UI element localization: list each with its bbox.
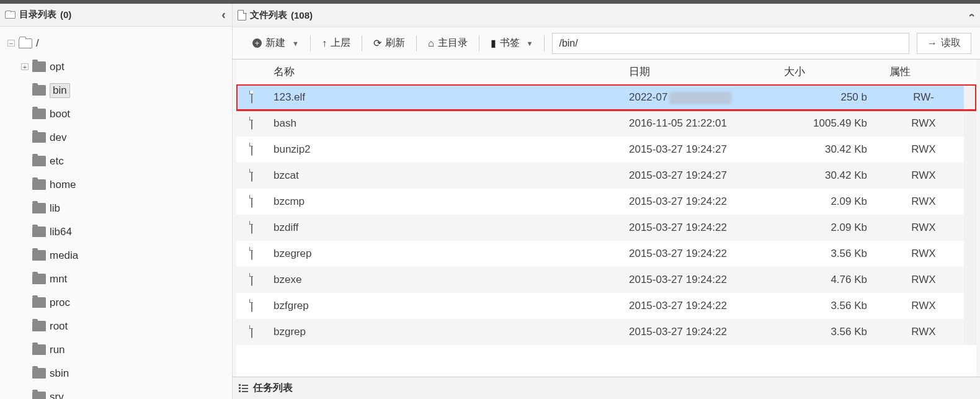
folder-icon <box>32 321 46 331</box>
column-attr[interactable]: 属性 <box>883 60 964 84</box>
new-button[interactable]: + 新建 ▼ <box>241 27 310 59</box>
table-row[interactable]: 123.elf2022-07 250 bRW- <box>236 84 976 110</box>
cell-size: 30.42 Kb <box>778 137 883 163</box>
arrow-up-icon: ↑ <box>322 38 327 49</box>
cell-name: bzcmp <box>267 189 623 215</box>
table-row[interactable]: bash2016-11-05 21:22:011005.49 KbRWX <box>236 110 976 137</box>
tree-item-media[interactable]: +media <box>5 244 232 267</box>
column-date[interactable]: 日期 <box>623 60 778 84</box>
tree-item-proc[interactable]: +proc <box>5 291 232 315</box>
cell-date: 2015-03-27 19:24:22 <box>623 267 778 293</box>
file-icon <box>238 10 246 20</box>
sidebar: 目录列表 (0) ‹ − / +opt+bin+boot+dev+etc+hom… <box>0 4 233 399</box>
file-icon <box>251 91 252 104</box>
cell-name: bzegrep <box>267 241 623 267</box>
column-name[interactable]: 名称 <box>267 60 623 84</box>
path-input[interactable] <box>552 33 909 54</box>
directory-title: 目录列表 <box>19 9 56 20</box>
bookmark-icon: ▮ <box>491 37 496 49</box>
tree-item-boot[interactable]: +boot <box>5 102 232 126</box>
tree-item-home[interactable]: +home <box>5 173 232 197</box>
directory-tree: − / +opt+bin+boot+dev+etc+home+lib+lib64… <box>0 27 232 399</box>
tree-item-lib[interactable]: +lib <box>5 197 232 220</box>
file-count: (108) <box>291 10 313 20</box>
tree-item-label: media <box>50 249 78 262</box>
caret-down-icon: ▼ <box>527 40 533 47</box>
cell-attr: RWX <box>883 241 964 267</box>
file-title: 文件列表 <box>250 9 287 21</box>
tree-item-lib64[interactable]: +lib64 <box>5 220 232 244</box>
tree-item-sbin[interactable]: +sbin <box>5 362 232 385</box>
tree-item-bin[interactable]: +bin <box>5 79 232 102</box>
tree-item-root[interactable]: +root <box>5 315 232 338</box>
folder-open-icon <box>19 38 32 48</box>
table-row[interactable]: bunzip22015-03-27 19:24:2730.42 KbRWX <box>236 137 976 163</box>
table-row[interactable]: bzgrep2015-03-27 19:24:223.56 KbRWX <box>236 319 976 345</box>
file-icon <box>251 195 252 208</box>
redacted-region <box>669 92 731 104</box>
tree-root-label: / <box>36 37 39 50</box>
table-header-row: 名称 日期 大小 属性 <box>236 60 976 84</box>
tree-root[interactable]: − / <box>5 32 232 55</box>
tree-item-label: mnt <box>50 273 67 285</box>
folder-icon <box>32 179 46 190</box>
task-panel-header[interactable]: 任务列表 <box>233 377 980 399</box>
table-row[interactable]: bzdiff2015-03-27 19:24:222.09 KbRWX <box>236 215 976 241</box>
tree-item-label: sbin <box>50 367 69 380</box>
file-table-container: 名称 日期 大小 属性 123.elf2022-07 250 bRW-bash2… <box>236 60 976 377</box>
tree-collapse-icon[interactable]: − <box>7 40 15 47</box>
table-row[interactable]: bzcmp2015-03-27 19:24:222.09 KbRWX <box>236 189 976 215</box>
cell-size: 250 b <box>778 84 883 110</box>
tree-item-opt[interactable]: +opt <box>5 55 232 79</box>
directory-count: (0) <box>60 9 71 20</box>
table-row[interactable]: bzfgrep2015-03-27 19:24:223.56 KbRWX <box>236 293 976 319</box>
cell-date: 2022-07 <box>623 84 778 110</box>
folder-icon <box>32 344 46 355</box>
tree-item-label: dev <box>50 132 66 144</box>
main-panel: 文件列表 (108) ‹ + 新建 ▼ ↑ 上层 ⟳ 刷新 ⌂ <box>233 4 980 399</box>
file-icon <box>251 221 252 234</box>
tree-item-etc[interactable]: +etc <box>5 150 232 173</box>
folder-icon <box>32 156 46 166</box>
table-row[interactable]: bzegrep2015-03-27 19:24:223.56 KbRWX <box>236 241 976 267</box>
folder-icon <box>32 109 46 119</box>
up-level-button[interactable]: ↑ 上层 <box>311 27 362 59</box>
cell-attr: RW- <box>883 84 964 110</box>
tree-item-label: bin <box>50 83 70 98</box>
tree-item-srv[interactable]: +srv <box>5 385 232 399</box>
home-button[interactable]: ⌂ 主目录 <box>417 27 479 59</box>
cell-size: 1005.49 Kb <box>778 110 883 137</box>
cell-attr: RWX <box>883 189 964 215</box>
cell-name: 123.elf <box>267 84 623 110</box>
folder-icon <box>32 203 46 213</box>
folder-icon <box>32 274 46 284</box>
cell-name: bash <box>267 110 623 137</box>
tree-item-run[interactable]: +run <box>5 338 232 362</box>
tree-expand-icon[interactable]: + <box>21 63 29 70</box>
tree-item-mnt[interactable]: +mnt <box>5 267 232 291</box>
refresh-button[interactable]: ⟳ 刷新 <box>362 27 416 59</box>
task-title: 任务列表 <box>253 382 293 395</box>
table-row[interactable]: bzcat2015-03-27 19:24:2730.42 KbRWX <box>236 163 976 189</box>
table-row[interactable]: bzexe2015-03-27 19:24:224.76 KbRWX <box>236 267 976 293</box>
file-icon <box>251 169 252 182</box>
tree-item-label: run <box>50 344 65 356</box>
cell-name: bzfgrep <box>267 293 623 319</box>
tree-item-dev[interactable]: +dev <box>5 126 232 150</box>
refresh-icon: ⟳ <box>373 37 381 49</box>
plus-circle-icon: + <box>252 38 262 48</box>
cell-date: 2015-03-27 19:24:22 <box>623 241 778 267</box>
cell-name: bzexe <box>267 267 623 293</box>
collapse-filelist-icon[interactable]: ‹ <box>966 14 979 17</box>
column-size[interactable]: 大小 <box>778 60 883 84</box>
cell-size: 2.09 Kb <box>778 215 883 241</box>
collapse-sidebar-icon[interactable]: ‹ <box>221 7 226 22</box>
tree-item-label: root <box>50 320 68 333</box>
folder-icon <box>32 250 46 261</box>
cell-attr: RWX <box>883 319 964 345</box>
list-icon <box>239 384 248 392</box>
read-button[interactable]: → 读取 <box>917 33 971 54</box>
bookmark-button[interactable]: ▮ 书签 ▼ <box>479 27 545 59</box>
file-icon <box>251 247 252 260</box>
tree-item-label: boot <box>50 108 70 120</box>
